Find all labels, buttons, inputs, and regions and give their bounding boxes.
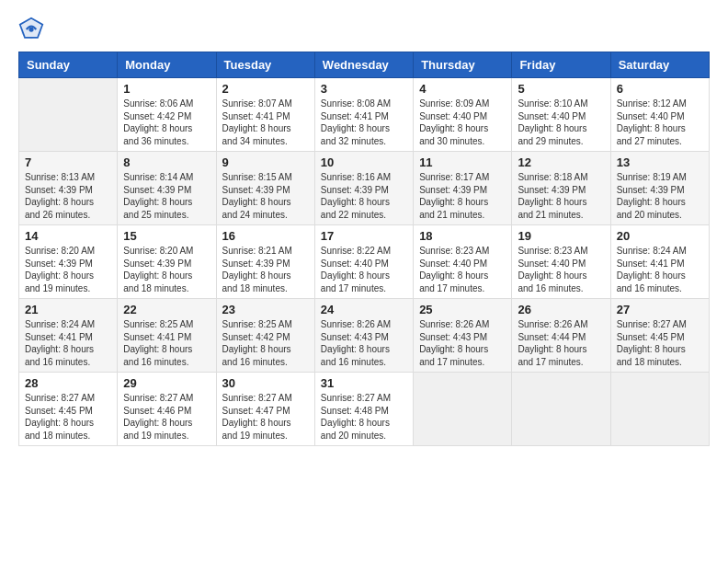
week-row-5: 28Sunrise: 8:27 AM Sunset: 4:45 PM Dayli… <box>19 373 710 446</box>
day-info: Sunrise: 8:27 AM Sunset: 4:45 PM Dayligh… <box>25 392 111 442</box>
day-number: 24 <box>321 303 407 316</box>
day-info: Sunrise: 8:23 AM Sunset: 4:40 PM Dayligh… <box>419 245 506 294</box>
calendar-cell: 27Sunrise: 8:27 AM Sunset: 4:45 PM Dayli… <box>610 299 709 373</box>
day-number: 17 <box>321 229 407 243</box>
day-info: Sunrise: 8:08 AM Sunset: 4:41 PM Dayligh… <box>321 98 407 147</box>
day-number: 14 <box>25 229 111 243</box>
calendar-cell: 13Sunrise: 8:19 AM Sunset: 4:39 PM Dayli… <box>610 152 709 225</box>
calendar-cell: 18Sunrise: 8:23 AM Sunset: 4:40 PM Dayli… <box>414 225 512 299</box>
day-number: 13 <box>617 155 703 169</box>
calendar-cell: 10Sunrise: 8:16 AM Sunset: 4:39 PM Dayli… <box>314 152 413 225</box>
calendar-cell: 28Sunrise: 8:27 AM Sunset: 4:45 PM Dayli… <box>19 373 118 446</box>
day-info: Sunrise: 8:27 AM Sunset: 4:48 PM Dayligh… <box>321 392 407 442</box>
calendar-cell: 15Sunrise: 8:20 AM Sunset: 4:39 PM Dayli… <box>118 225 216 299</box>
day-info: Sunrise: 8:18 AM Sunset: 4:39 PM Dayligh… <box>518 171 604 221</box>
calendar-cell: 30Sunrise: 8:27 AM Sunset: 4:47 PM Dayli… <box>216 373 314 446</box>
day-number: 7 <box>25 155 111 169</box>
calendar-cell: 9Sunrise: 8:15 AM Sunset: 4:39 PM Daylig… <box>216 152 314 225</box>
day-number: 25 <box>419 303 506 316</box>
calendar-cell: 2Sunrise: 8:07 AM Sunset: 4:41 PM Daylig… <box>216 78 314 152</box>
day-info: Sunrise: 8:25 AM Sunset: 4:42 PM Dayligh… <box>222 318 309 368</box>
calendar-cell: 25Sunrise: 8:26 AM Sunset: 4:43 PM Dayli… <box>414 299 512 373</box>
calendar-cell: 7Sunrise: 8:13 AM Sunset: 4:39 PM Daylig… <box>19 152 118 225</box>
day-info: Sunrise: 8:06 AM Sunset: 4:42 PM Dayligh… <box>123 98 210 147</box>
calendar-cell: 21Sunrise: 8:24 AM Sunset: 4:41 PM Dayli… <box>19 299 118 373</box>
day-number: 29 <box>123 376 210 390</box>
week-row-1: 1Sunrise: 8:06 AM Sunset: 4:42 PM Daylig… <box>19 78 710 152</box>
calendar-cell: 14Sunrise: 8:20 AM Sunset: 4:39 PM Dayli… <box>19 225 118 299</box>
day-number: 8 <box>123 155 210 169</box>
day-number: 20 <box>617 229 703 243</box>
day-number: 2 <box>222 82 309 96</box>
calendar-cell: 19Sunrise: 8:23 AM Sunset: 4:40 PM Dayli… <box>512 225 610 299</box>
calendar-cell: 31Sunrise: 8:27 AM Sunset: 4:48 PM Dayli… <box>314 373 413 446</box>
calendar-cell: 16Sunrise: 8:21 AM Sunset: 4:39 PM Dayli… <box>216 225 314 299</box>
calendar-cell: 1Sunrise: 8:06 AM Sunset: 4:42 PM Daylig… <box>118 78 216 152</box>
calendar-cell: 4Sunrise: 8:09 AM Sunset: 4:40 PM Daylig… <box>414 78 512 152</box>
day-number: 10 <box>321 155 407 169</box>
calendar-cell: 12Sunrise: 8:18 AM Sunset: 4:39 PM Dayli… <box>512 152 610 225</box>
day-number: 6 <box>617 82 703 96</box>
day-info: Sunrise: 8:07 AM Sunset: 4:41 PM Dayligh… <box>222 98 309 147</box>
calendar-cell: 11Sunrise: 8:17 AM Sunset: 4:39 PM Dayli… <box>414 152 512 225</box>
day-info: Sunrise: 8:12 AM Sunset: 4:40 PM Dayligh… <box>617 98 703 147</box>
day-info: Sunrise: 8:17 AM Sunset: 4:39 PM Dayligh… <box>419 171 506 221</box>
calendar-cell <box>610 373 709 446</box>
week-row-3: 14Sunrise: 8:20 AM Sunset: 4:39 PM Dayli… <box>19 225 710 299</box>
day-number: 30 <box>222 376 309 390</box>
calendar-cell <box>512 373 610 446</box>
svg-point-2 <box>28 27 33 31</box>
calendar-header-row: SundayMondayTuesdayWednesdayThursdayFrid… <box>19 52 710 78</box>
col-header-friday: Friday <box>512 52 610 78</box>
day-info: Sunrise: 8:27 AM Sunset: 4:46 PM Dayligh… <box>123 392 210 442</box>
day-number: 1 <box>123 82 210 96</box>
col-header-wednesday: Wednesday <box>314 52 413 78</box>
calendar-cell <box>19 78 118 152</box>
calendar-cell: 22Sunrise: 8:25 AM Sunset: 4:41 PM Dayli… <box>118 299 216 373</box>
col-header-saturday: Saturday <box>610 52 709 78</box>
day-info: Sunrise: 8:15 AM Sunset: 4:39 PM Dayligh… <box>222 171 309 221</box>
page: SundayMondayTuesdayWednesdayThursdayFrid… <box>0 0 728 563</box>
calendar-cell: 26Sunrise: 8:26 AM Sunset: 4:44 PM Dayli… <box>512 299 610 373</box>
day-info: Sunrise: 8:21 AM Sunset: 4:39 PM Dayligh… <box>222 245 309 294</box>
calendar-cell: 20Sunrise: 8:24 AM Sunset: 4:41 PM Dayli… <box>610 225 709 299</box>
calendar-cell: 23Sunrise: 8:25 AM Sunset: 4:42 PM Dayli… <box>216 299 314 373</box>
day-info: Sunrise: 8:23 AM Sunset: 4:40 PM Dayligh… <box>518 245 604 294</box>
day-number: 22 <box>123 303 210 316</box>
day-number: 16 <box>222 229 309 243</box>
calendar-cell <box>414 373 512 446</box>
header <box>18 17 710 42</box>
week-row-2: 7Sunrise: 8:13 AM Sunset: 4:39 PM Daylig… <box>19 152 710 225</box>
day-info: Sunrise: 8:13 AM Sunset: 4:39 PM Dayligh… <box>25 171 111 221</box>
day-number: 31 <box>321 376 407 390</box>
day-number: 15 <box>123 229 210 243</box>
day-info: Sunrise: 8:22 AM Sunset: 4:40 PM Dayligh… <box>321 245 407 294</box>
day-number: 23 <box>222 303 309 316</box>
day-number: 21 <box>25 303 111 316</box>
day-number: 12 <box>518 155 604 169</box>
day-info: Sunrise: 8:24 AM Sunset: 4:41 PM Dayligh… <box>25 318 111 368</box>
day-number: 11 <box>419 155 506 169</box>
logo-icon <box>18 17 44 42</box>
day-number: 26 <box>518 303 604 316</box>
day-info: Sunrise: 8:26 AM Sunset: 4:44 PM Dayligh… <box>518 318 604 368</box>
day-info: Sunrise: 8:24 AM Sunset: 4:41 PM Dayligh… <box>617 245 703 294</box>
col-header-monday: Monday <box>118 52 216 78</box>
logo <box>18 17 50 42</box>
col-header-tuesday: Tuesday <box>216 52 314 78</box>
day-number: 28 <box>25 376 111 390</box>
day-info: Sunrise: 8:27 AM Sunset: 4:45 PM Dayligh… <box>617 318 703 368</box>
day-info: Sunrise: 8:20 AM Sunset: 4:39 PM Dayligh… <box>25 245 111 294</box>
day-info: Sunrise: 8:14 AM Sunset: 4:39 PM Dayligh… <box>123 171 210 221</box>
day-number: 4 <box>419 82 506 96</box>
day-info: Sunrise: 8:16 AM Sunset: 4:39 PM Dayligh… <box>321 171 407 221</box>
calendar-cell: 5Sunrise: 8:10 AM Sunset: 4:40 PM Daylig… <box>512 78 610 152</box>
day-number: 3 <box>321 82 407 96</box>
day-info: Sunrise: 8:26 AM Sunset: 4:43 PM Dayligh… <box>419 318 506 368</box>
calendar-table: SundayMondayTuesdayWednesdayThursdayFrid… <box>18 52 710 446</box>
calendar-cell: 17Sunrise: 8:22 AM Sunset: 4:40 PM Dayli… <box>314 225 413 299</box>
day-info: Sunrise: 8:27 AM Sunset: 4:47 PM Dayligh… <box>222 392 309 442</box>
day-info: Sunrise: 8:09 AM Sunset: 4:40 PM Dayligh… <box>419 98 506 147</box>
day-number: 9 <box>222 155 309 169</box>
calendar-cell: 6Sunrise: 8:12 AM Sunset: 4:40 PM Daylig… <box>610 78 709 152</box>
